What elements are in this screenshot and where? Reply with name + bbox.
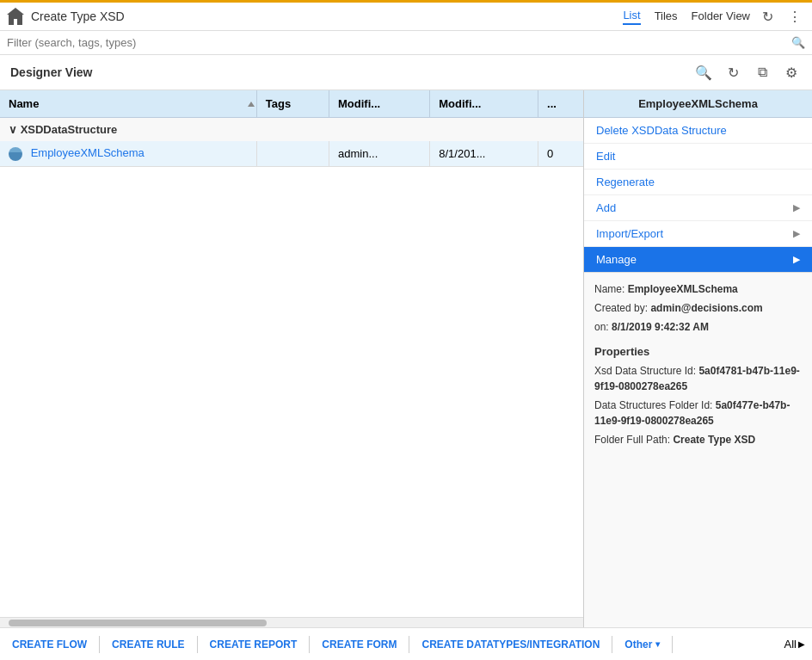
top-bar-icons: ↻ ⋮ [757,6,805,27]
create-rule-button[interactable]: CREATE RULE [100,630,196,659]
designer-tools: 🔍 ↻ ⧉ ⚙ [693,62,802,83]
col-modifi1: Modifi... [329,90,430,118]
row-modifiedon-cell: 8/1/201... [430,141,538,166]
info-created-on: on: 8/1/2019 9:42:32 AM [594,319,802,335]
info-folder-path: Folder Full Path: Create Type XSD [594,432,802,447]
menu-add[interactable]: Add ▶ [584,195,812,221]
row-tags-cell [256,141,329,166]
info-data-folder: Data Structures Folder Id: 5a0f477e-b47b… [594,398,802,429]
create-report-button[interactable]: CREATE REPORT [198,630,310,659]
home-icon[interactable] [7,8,24,25]
horizontal-scrollbar[interactable] [0,617,583,627]
sort-arrow-icon [248,102,255,107]
nav-tiles[interactable]: Tiles [655,9,678,24]
left-panel: Name Tags Modifi... Modifi... ... ∨ XSDD… [0,90,584,627]
row-db-icon [9,147,22,161]
bottom-toolbar: CREATE FLOW CREATE RULE CREATE REPORT CR… [0,627,812,660]
chevron-right-icon-2: ▶ [793,228,800,239]
row-modifiedby-cell: admin... [329,141,430,166]
col-name: Name [0,90,256,118]
group-chevron-icon: ∨ [9,123,21,136]
filter-bar: 🔍 [0,31,812,55]
more-options-icon[interactable]: ⋮ [784,6,805,27]
info-panel: Name: EmployeeXMLSchema Created by: admi… [584,273,812,627]
chevron-down-icon: ▾ [655,639,660,649]
create-flow-button[interactable]: CREATE FLOW [0,630,99,659]
designer-copy-icon[interactable]: ⧉ [752,62,772,83]
create-form-button[interactable]: CREATE FORM [310,630,409,659]
group-label: ∨ XSDDataStructure [0,118,583,142]
refresh-icon[interactable]: ↻ [757,6,778,27]
menu-manage[interactable]: Manage ▶ [584,247,812,272]
designer-header: Designer View 🔍 ↻ ⧉ ⚙ [0,55,812,90]
col-modifi2: Modifi... [430,90,538,118]
designer-search-icon[interactable]: 🔍 [693,62,714,83]
filter-input[interactable] [7,36,791,49]
main-content: Name Tags Modifi... Modifi... ... ∨ XSDD… [0,90,812,627]
data-table: Name Tags Modifi... Modifi... ... ∨ XSDD… [0,90,583,167]
all-button[interactable]: All ▶ [784,638,812,651]
designer-settings-icon[interactable]: ⚙ [781,62,802,83]
h-scroll-thumb[interactable] [9,620,267,626]
create-datatypes-button[interactable]: CREATE DATATYPES/INTEGRATION [409,630,612,659]
row-count-cell: 0 [538,141,583,166]
menu-regenerate[interactable]: Regenerate [584,170,812,195]
menu-import-export[interactable]: Import/Export ▶ [584,221,812,247]
properties-title: Properties [594,345,802,358]
chevron-right-icon-3: ▶ [793,254,800,265]
other-button[interactable]: Other ▾ [612,630,672,659]
info-name: Name: EmployeeXMLSchema [594,281,802,297]
group-row: ∨ XSDDataStructure [0,118,583,142]
col-more: ... [538,90,583,118]
right-panel-title: EmployeeXMLSchema [584,90,812,118]
table-header: Name Tags Modifi... Modifi... ... [0,90,583,118]
page-title: Create Type XSD [31,9,616,23]
chevron-right-all-icon: ▶ [798,639,805,649]
designer-title: Designer View [10,65,92,79]
right-panel: EmployeeXMLSchema Delete XSDData Structu… [584,90,812,627]
nav-list[interactable]: List [623,9,640,25]
table-row[interactable]: EmployeeXMLSchema admin... 8/1/201... 0 [0,141,583,166]
col-tags: Tags [256,90,329,118]
row-name-link[interactable]: EmployeeXMLSchema [31,146,145,159]
info-created-by: Created by: admin@decisions.com [594,300,802,316]
separator-6 [672,636,673,653]
menu-delete[interactable]: Delete XSDData Structure [584,118,812,144]
info-xsd-id: Xsd Data Structure Id: 5a0f4781-b47b-11e… [594,363,802,394]
table-scroll[interactable]: Name Tags Modifi... Modifi... ... ∨ XSDD… [0,90,583,617]
top-nav: List Tiles Folder View [623,9,750,25]
nav-folder-view[interactable]: Folder View [692,9,750,24]
menu-edit[interactable]: Edit [584,144,812,170]
top-bar: Create Type XSD List Tiles Folder View ↻… [0,0,812,31]
designer-refresh-icon[interactable]: ↻ [723,62,743,83]
chevron-right-icon: ▶ [793,202,800,213]
row-name-cell: EmployeeXMLSchema [0,141,256,166]
context-menu: Delete XSDData Structure Edit Regenerate… [584,118,812,273]
search-icon: 🔍 [791,36,805,49]
